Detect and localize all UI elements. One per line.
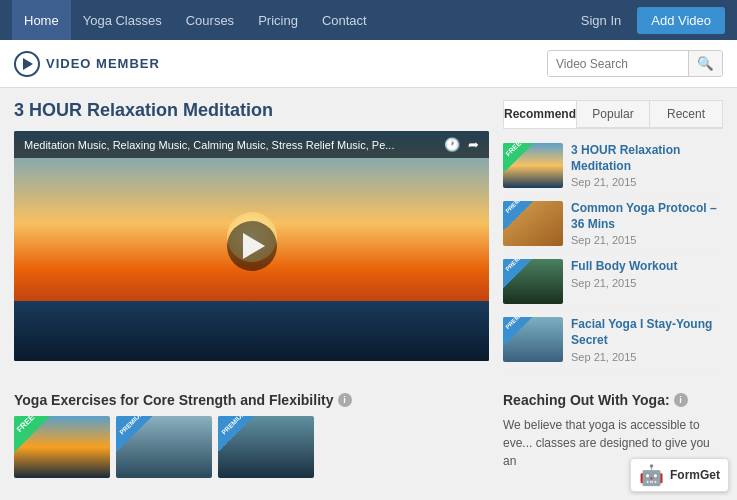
search-input[interactable] xyxy=(548,52,688,76)
video-date-2: Sep 21, 2015 xyxy=(571,234,723,246)
bottom-left: Yoga Exercises for Core Strength and Fle… xyxy=(14,392,489,478)
bottom-thumb-3[interactable]: PREMIUM xyxy=(218,416,314,478)
video-title: 3 HOUR Relaxation Meditation xyxy=(14,100,489,121)
tab-popular[interactable]: Popular xyxy=(576,100,649,128)
nav-pricing[interactable]: Pricing xyxy=(246,0,310,40)
list-item: PREM Full Body Workout Sep 21, 2015 xyxy=(503,253,723,311)
tab-recent[interactable]: Recent xyxy=(649,100,723,128)
sign-in-link[interactable]: Sign In xyxy=(573,13,629,28)
right-panel: Recommend Popular Recent FREE 3 HOUR Rel… xyxy=(503,100,723,370)
video-player[interactable]: Meditation Music, Relaxing Music, Calmin… xyxy=(14,131,489,361)
logo-play-icon xyxy=(14,51,40,77)
video-name-2[interactable]: Common Yoga Protocol – 36 Mins xyxy=(571,201,723,232)
formget-badge: 🤖 FormGet xyxy=(630,458,729,484)
thumbnail-4: PREM xyxy=(503,317,563,362)
video-date-3: Sep 21, 2015 xyxy=(571,277,723,289)
video-name-3[interactable]: Full Body Workout xyxy=(571,259,723,275)
thumbnail-3: PREM xyxy=(503,259,563,304)
logo-text: VIDEO MEMBER xyxy=(46,56,160,71)
bottom-thumb-2[interactable]: PREMIUM xyxy=(116,416,212,478)
add-video-button[interactable]: Add Video xyxy=(637,7,725,34)
formget-label: FormGet xyxy=(670,468,720,482)
info-icon-right[interactable]: i xyxy=(674,393,688,407)
clock-icon: 🕐 xyxy=(444,137,460,152)
video-name-4[interactable]: Facial Yoga I Stay-Young Secret xyxy=(571,317,723,348)
bottom-left-title: Yoga Exercises for Core Strength and Fle… xyxy=(14,392,489,408)
video-water xyxy=(14,301,489,361)
logo-area: VIDEO MEMBER xyxy=(14,51,547,77)
video-date-4: Sep 21, 2015 xyxy=(571,351,723,363)
info-icon[interactable]: i xyxy=(338,393,352,407)
play-triangle-icon xyxy=(23,58,33,70)
list-item: FREE 3 HOUR Relaxation Meditation Sep 21… xyxy=(503,137,723,195)
video-overlay-bar: Meditation Music, Relaxing Music, Calmin… xyxy=(14,131,489,158)
bottom-right-title: Reaching Out With Yoga: i xyxy=(503,392,723,408)
tab-recommend[interactable]: Recommend xyxy=(503,100,576,128)
nav-yoga-classes[interactable]: Yoga Classes xyxy=(71,0,174,40)
bottom-left-title-text: Yoga Exercises for Core Strength and Fle… xyxy=(14,392,334,408)
video-overlay-text: Meditation Music, Relaxing Music, Calmin… xyxy=(24,139,394,151)
video-info-1: 3 HOUR Relaxation Meditation Sep 21, 201… xyxy=(571,143,723,188)
video-icons: 🕐 ➦ xyxy=(444,137,479,152)
video-info-4: Facial Yoga I Stay-Young Secret Sep 21, … xyxy=(571,317,723,362)
nav-home[interactable]: Home xyxy=(12,0,71,40)
bottom-thumbs: FREE PREMIUM PREMIUM xyxy=(14,416,489,478)
video-info-2: Common Yoga Protocol – 36 Mins Sep 21, 2… xyxy=(571,201,723,246)
main-content: 3 HOUR Relaxation Meditation Meditation … xyxy=(0,88,737,382)
tabs: Recommend Popular Recent xyxy=(503,100,723,129)
left-panel: 3 HOUR Relaxation Meditation Meditation … xyxy=(14,100,489,370)
share-icon[interactable]: ➦ xyxy=(468,137,479,152)
formget-icon: 🤖 xyxy=(639,463,664,484)
play-triangle xyxy=(243,233,265,259)
nav-right: Sign In Add Video xyxy=(573,7,725,34)
thumbnail-2: PREM xyxy=(503,201,563,246)
thumbnail-1: FREE xyxy=(503,143,563,188)
bottom-section: Yoga Exercises for Core Strength and Fle… xyxy=(0,382,737,484)
nav-courses[interactable]: Courses xyxy=(174,0,246,40)
bottom-thumb-1[interactable]: FREE xyxy=(14,416,110,478)
header-bar: VIDEO MEMBER 🔍 xyxy=(0,40,737,88)
video-name-1[interactable]: 3 HOUR Relaxation Meditation xyxy=(571,143,723,174)
search-button[interactable]: 🔍 xyxy=(688,51,722,76)
nav-contact[interactable]: Contact xyxy=(310,0,379,40)
search-box: 🔍 xyxy=(547,50,723,77)
list-item: PREM Common Yoga Protocol – 36 Mins Sep … xyxy=(503,195,723,253)
play-button[interactable] xyxy=(227,221,277,271)
video-date-1: Sep 21, 2015 xyxy=(571,176,723,188)
nav-items: Home Yoga Classes Courses Pricing Contac… xyxy=(12,0,573,40)
list-item: PREM Facial Yoga I Stay-Young Secret Sep… xyxy=(503,311,723,369)
video-info-3: Full Body Workout Sep 21, 2015 xyxy=(571,259,723,289)
bottom-right-title-text: Reaching Out With Yoga: xyxy=(503,392,670,408)
navbar: Home Yoga Classes Courses Pricing Contac… xyxy=(0,0,737,40)
